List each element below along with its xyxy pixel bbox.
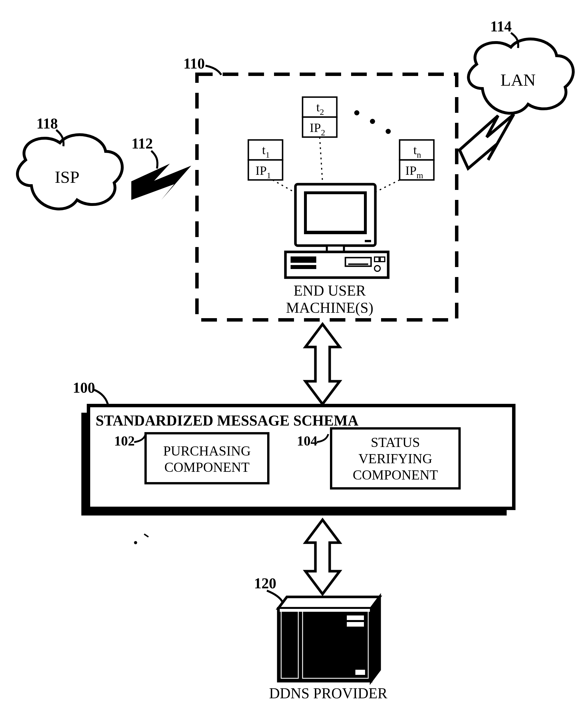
lightning-left [131, 164, 191, 200]
status-l1: STATUS [371, 435, 420, 450]
purchasing-l2: COMPONENT [164, 460, 250, 475]
svg-rect-36 [302, 611, 368, 678]
schema-block: STANDARDIZED MESSAGE SCHEMA 102 PURCHASI… [81, 405, 514, 515]
schema-title: STANDARDIZED MESSAGE SCHEMA [96, 413, 359, 429]
svg-rect-22 [307, 194, 364, 231]
svg-point-32 [375, 266, 380, 271]
lightning-right [460, 114, 514, 168]
end-user-label-1: END USER [294, 282, 366, 299]
isp-label: ISP [55, 168, 80, 187]
svg-marker-0 [131, 164, 191, 200]
svg-rect-41 [280, 609, 370, 612]
svg-point-16 [386, 129, 391, 134]
svg-rect-40 [355, 670, 365, 675]
ref-100: 100 [73, 380, 95, 396]
lan-cloud: LAN [468, 39, 573, 113]
ddns-server-icon [278, 597, 380, 681]
svg-rect-23 [365, 240, 371, 242]
isp-cloud: ISP [17, 135, 122, 209]
svg-rect-30 [375, 257, 379, 262]
leader-112 [151, 151, 158, 168]
ellipsis-dots [354, 110, 391, 134]
svg-line-18 [320, 137, 323, 183]
ref-118: 118 [36, 115, 58, 132]
computer-icon [286, 184, 388, 278]
ref-114: 114 [490, 18, 511, 35]
ip-box-1: t1 IP1 [248, 140, 283, 180]
svg-point-15 [370, 119, 375, 124]
ref-104: 104 [297, 433, 318, 448]
svg-marker-1 [460, 114, 514, 168]
svg-rect-38 [347, 616, 364, 620]
ref-120: 120 [254, 575, 276, 591]
status-l3: COMPONENT [353, 467, 438, 482]
svg-rect-26 [291, 257, 316, 263]
ref-102: 102 [114, 433, 135, 448]
svg-rect-37 [281, 611, 298, 678]
ip-box-3: tn IPm [400, 140, 434, 180]
purchasing-l1: PURCHASING [163, 443, 251, 458]
svg-rect-39 [347, 622, 364, 627]
ref-112: 112 [131, 135, 153, 152]
status-l2: VERIFYING [359, 451, 432, 466]
svg-point-43 [135, 542, 136, 544]
leader-120 [267, 591, 283, 602]
svg-rect-27 [291, 265, 316, 269]
svg-line-42 [144, 534, 149, 537]
end-user-label-2: MACHINE(S) [286, 300, 373, 316]
double-arrow-top [305, 324, 340, 404]
svg-point-14 [354, 110, 360, 115]
ddns-label: DDNS PROVIDER [269, 685, 388, 701]
ip-box-2: t2 IP2 [302, 97, 337, 137]
svg-rect-25 [286, 252, 388, 278]
double-arrow-bottom [305, 520, 340, 594]
ref-110: 110 [183, 55, 205, 72]
svg-rect-31 [380, 257, 385, 262]
lan-label: LAN [500, 71, 536, 89]
artifact-marks [135, 534, 149, 544]
